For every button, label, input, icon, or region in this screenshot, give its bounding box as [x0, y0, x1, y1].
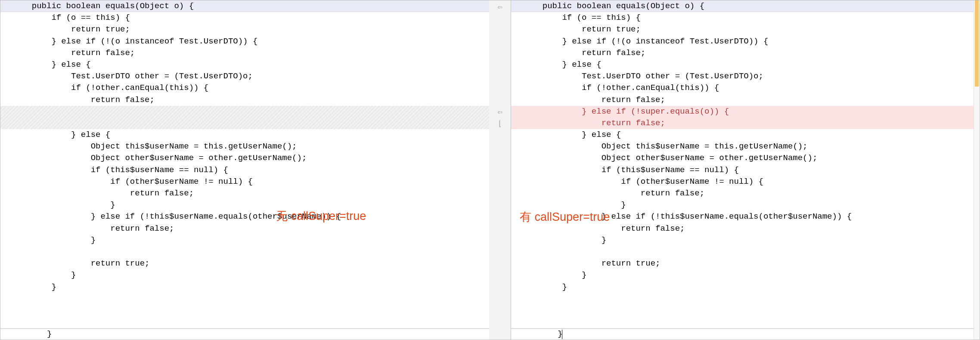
code-line[interactable]: } [0, 281, 489, 293]
text-cursor [562, 330, 562, 339]
code-line[interactable]: } else { [0, 129, 489, 141]
code-line[interactable]: } [511, 199, 980, 211]
code-line[interactable]: if (this$userName == null) { [0, 164, 489, 176]
gutter-diff-arrow[interactable]: ⇦ [489, 106, 511, 118]
code-line[interactable]: } else if (!(o instanceof Test.UserDTO))… [511, 36, 980, 47]
gutter-diff-bracket[interactable]: ⌊ [489, 118, 511, 130]
code-line[interactable]: return true; [511, 258, 980, 269]
diff-right-pane: public boolean equals(Object o) { if (o … [511, 0, 980, 340]
right-bottom-bar: } [511, 328, 980, 340]
arrow-left-icon: ⇦ [498, 3, 502, 11]
code-line[interactable]: return true; [0, 258, 489, 269]
code-line[interactable]: if (this$userName == null) { [511, 164, 980, 176]
code-line[interactable] [0, 246, 489, 258]
code-line[interactable]: return false; [0, 47, 489, 59]
code-line[interactable]: if (other$userName != null) { [0, 176, 489, 188]
code-line[interactable]: } else { [511, 129, 980, 141]
left-code-area[interactable]: public boolean equals(Object o) { if (o … [0, 0, 489, 328]
code-line[interactable]: return false; [511, 94, 980, 106]
code-line[interactable]: return false; [0, 94, 489, 106]
code-line[interactable]: return false; [511, 223, 980, 235]
right-code-area[interactable]: public boolean equals(Object o) { if (o … [511, 0, 980, 328]
code-line[interactable] [511, 246, 980, 258]
code-line[interactable]: } [0, 235, 489, 246]
code-line[interactable]: } [511, 235, 980, 246]
code-line[interactable]: if (other$userName != null) { [511, 176, 980, 188]
code-line[interactable]: if (o == this) { [0, 12, 489, 24]
arrow-left-icon: ⇦ [498, 108, 502, 116]
diff-left-pane: public boolean equals(Object o) { if (o … [0, 0, 489, 340]
code-line-gap[interactable] [0, 106, 489, 129]
code-line[interactable]: Object this$userName = this.getUserName(… [511, 141, 980, 152]
left-bottom-text: } [47, 328, 52, 340]
diff-gutter: ⇦ ⇦ ⌊ [489, 0, 511, 340]
bracket-icon: ⌊ [498, 120, 502, 128]
code-line[interactable]: Object other$userName = other.getUserNam… [0, 152, 489, 164]
code-line[interactable]: return false; [511, 188, 980, 199]
code-line[interactable]: return true; [0, 24, 489, 35]
code-line[interactable]: if (!other.canEqual(this)) { [0, 82, 489, 94]
code-line[interactable]: return false; [511, 47, 980, 59]
code-line[interactable]: } else { [511, 59, 980, 71]
code-line[interactable]: } else { [0, 59, 489, 71]
code-line[interactable]: Object this$userName = this.getUserName(… [0, 141, 489, 152]
right-change-strip[interactable] [974, 0, 980, 340]
code-line[interactable]: public boolean equals(Object o) { [0, 0, 489, 12]
code-line-added[interactable]: return false; [511, 117, 980, 129]
code-line[interactable]: Test.UserDTO other = (Test.UserDTO)o; [511, 71, 980, 82]
code-line[interactable]: } [511, 281, 980, 293]
gutter-top-marker[interactable]: ⇦ [489, 1, 511, 13]
code-line[interactable]: Object other$userName = other.getUserNam… [511, 152, 980, 164]
code-line[interactable]: } else if (!this$userName.equals(other$u… [0, 211, 489, 223]
code-line[interactable]: } [511, 269, 980, 281]
code-line[interactable]: } [0, 269, 489, 281]
code-line[interactable]: return false; [0, 188, 489, 199]
change-indicator[interactable] [975, 0, 979, 87]
code-line[interactable]: } else if (!(o instanceof Test.UserDTO))… [0, 36, 489, 47]
code-line[interactable]: return false; [0, 223, 489, 235]
code-line[interactable]: public boolean equals(Object o) { [511, 0, 980, 12]
left-bottom-bar: } [0, 328, 489, 340]
code-line[interactable]: if (!other.canEqual(this)) { [511, 82, 980, 94]
code-line[interactable]: } [0, 199, 489, 211]
code-line[interactable]: } else if (!this$userName.equals(other$u… [511, 211, 980, 223]
code-line[interactable]: if (o == this) { [511, 12, 980, 24]
code-line[interactable]: Test.UserDTO other = (Test.UserDTO)o; [0, 71, 489, 82]
code-line[interactable]: return true; [511, 24, 980, 35]
code-line-added[interactable]: } else if (!super.equals(o)) { [511, 106, 980, 117]
